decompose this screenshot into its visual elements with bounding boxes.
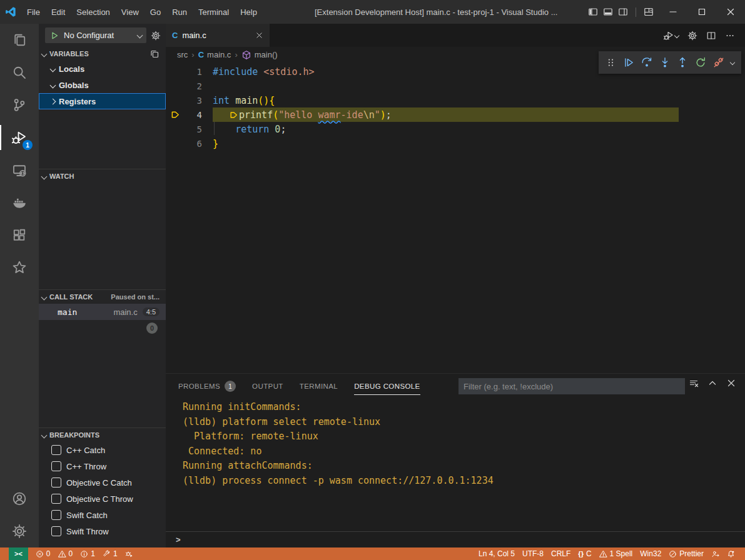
activity-extensions[interactable] bbox=[0, 219, 39, 251]
code-editor[interactable]: 1 #include <stdio.h> 2 3 int main(){ 4 p… bbox=[166, 62, 745, 376]
panel-tab-problems[interactable]: PROBLEMS 1 bbox=[178, 378, 236, 394]
title-bar: FileEditSelectionViewGoRunTerminalHelp [… bbox=[0, 0, 745, 24]
scope-globals[interactable]: Globals bbox=[39, 77, 166, 93]
maximize-button[interactable] bbox=[687, 0, 716, 24]
restart-button[interactable] bbox=[695, 57, 706, 68]
status-eol[interactable]: CRLF bbox=[547, 548, 574, 560]
menu-go[interactable]: Go bbox=[144, 8, 166, 17]
breakpoints-header[interactable]: BREAKPOINTS bbox=[39, 428, 166, 442]
disconnect-button[interactable] bbox=[713, 57, 724, 68]
checkbox-icon[interactable] bbox=[51, 510, 61, 520]
breadcrumb-separator: › bbox=[235, 50, 237, 59]
activity-source-control[interactable] bbox=[0, 89, 39, 121]
close-button[interactable] bbox=[716, 0, 745, 24]
close-icon[interactable] bbox=[255, 31, 263, 39]
menu-run[interactable]: Run bbox=[166, 8, 193, 17]
status-notifications[interactable] bbox=[723, 548, 739, 560]
activity-accounts[interactable] bbox=[0, 482, 39, 515]
checkbox-icon[interactable] bbox=[51, 445, 61, 455]
start-debug-icon[interactable] bbox=[49, 31, 59, 41]
stepinto-icon bbox=[659, 57, 671, 68]
status-debug-status[interactable] bbox=[121, 548, 137, 560]
breadcrumb-item[interactable]: Cmain.c bbox=[198, 50, 231, 59]
debug-config-dropdown[interactable]: No Configurat bbox=[45, 28, 146, 43]
status-platform[interactable]: Win32 bbox=[636, 548, 665, 560]
session-badge: 0 bbox=[146, 322, 158, 334]
checkbox-icon[interactable] bbox=[51, 478, 61, 488]
panel-tab-terminal[interactable]: TERMINAL bbox=[300, 378, 338, 394]
menu-help[interactable]: Help bbox=[235, 8, 263, 17]
minimize-button[interactable] bbox=[659, 0, 687, 24]
pause-reason: Paused on st... bbox=[111, 293, 160, 301]
code-token: "hello bbox=[278, 109, 318, 121]
more-actions-button[interactable] bbox=[725, 31, 735, 41]
status-infos[interactable]: 1 bbox=[76, 548, 99, 560]
settings-editor-button[interactable] bbox=[687, 31, 697, 41]
variables-header[interactable]: VARIABLES bbox=[39, 47, 166, 61]
menu-terminal[interactable]: Terminal bbox=[193, 8, 235, 17]
tab-main-c[interactable]: C main.c bbox=[166, 24, 270, 47]
activity-remote-explorer[interactable] bbox=[0, 154, 39, 186]
code-token bbox=[258, 66, 263, 78]
status-tools-count[interactable]: 1 bbox=[99, 548, 121, 560]
status-errors[interactable]: 0 bbox=[32, 548, 54, 560]
breakpoint-row[interactable]: C++ Catch bbox=[39, 442, 166, 458]
status-cursor-position[interactable]: Ln 4, Col 5 bbox=[475, 548, 519, 560]
status-prettier[interactable]: Prettier bbox=[665, 548, 707, 560]
activity-settings[interactable] bbox=[0, 515, 39, 548]
maximize-panel-icon[interactable] bbox=[707, 378, 717, 388]
breakpoint-row[interactable]: Swift Catch bbox=[39, 507, 166, 523]
status-warnings[interactable]: 0 bbox=[54, 548, 77, 560]
activity-docker[interactable] bbox=[0, 186, 39, 219]
menu-edit[interactable]: Edit bbox=[46, 8, 71, 17]
activity-favorites[interactable] bbox=[0, 251, 39, 284]
menu-view[interactable]: View bbox=[116, 8, 144, 17]
breadcrumb-item[interactable]: src bbox=[177, 50, 188, 59]
call-stack-header[interactable]: CALL STACK Paused on st... bbox=[39, 290, 166, 304]
status-language-mode[interactable]: {}C bbox=[574, 548, 595, 560]
clear-console-icon[interactable] bbox=[689, 378, 699, 388]
breakpoint-row[interactable]: Objective C Catch bbox=[39, 474, 166, 491]
cube-icon bbox=[241, 50, 251, 60]
run-or-debug-button[interactable] bbox=[664, 31, 679, 41]
scope-registers[interactable]: Registers bbox=[39, 93, 166, 109]
activity-explorer[interactable] bbox=[0, 24, 39, 56]
activity-run-and-debug[interactable]: 1 bbox=[0, 121, 39, 154]
panel-tab-output[interactable]: OUTPUT bbox=[252, 378, 283, 394]
breakpoint-row[interactable]: Swift Throw bbox=[39, 523, 166, 539]
activity-search[interactable] bbox=[0, 56, 39, 89]
step-over-button[interactable] bbox=[641, 57, 652, 68]
gear-icon[interactable] bbox=[151, 31, 161, 41]
status-spell-warnings[interactable]: 1 Spell bbox=[595, 548, 637, 560]
chevron-down-icon[interactable] bbox=[730, 60, 735, 65]
collapse-all-icon[interactable] bbox=[150, 49, 160, 59]
checkbox-icon[interactable] bbox=[51, 461, 61, 471]
stack-frame-row[interactable]: main main.c 4:5 bbox=[39, 304, 166, 320]
breadcrumb-item[interactable]: main() bbox=[241, 50, 278, 60]
breakpoint-row[interactable]: Objective C Throw bbox=[39, 491, 166, 507]
scope-locals[interactable]: Locals bbox=[39, 61, 166, 77]
person-icon bbox=[711, 550, 719, 558]
checkbox-icon[interactable] bbox=[51, 526, 61, 536]
close-panel-icon[interactable] bbox=[726, 378, 736, 388]
watch-section: WATCH bbox=[39, 169, 166, 183]
console-filter-input[interactable] bbox=[459, 378, 685, 394]
continue-button[interactable] bbox=[623, 57, 634, 68]
remote-indicator[interactable]: >< bbox=[9, 548, 28, 560]
status-bar: >< 0011 Ln 4, Col 5UTF-8CRLF{}C1 SpellWi… bbox=[0, 548, 745, 560]
step-into-button[interactable] bbox=[659, 57, 671, 68]
status-feedback[interactable] bbox=[707, 548, 723, 560]
breakpoint-row[interactable]: C++ Throw bbox=[39, 458, 166, 474]
panel-tab-debug-console[interactable]: DEBUG CONSOLE bbox=[354, 378, 420, 395]
debug-console-input[interactable]: > bbox=[166, 531, 745, 548]
step-out-button[interactable] bbox=[677, 57, 688, 68]
watch-header[interactable]: WATCH bbox=[39, 169, 166, 183]
split-editor-button[interactable] bbox=[706, 31, 716, 41]
line-number: 4 bbox=[185, 110, 202, 120]
status-encoding[interactable]: UTF-8 bbox=[519, 548, 547, 560]
gripper-button[interactable] bbox=[606, 57, 617, 68]
menu-file[interactable]: File bbox=[21, 8, 46, 17]
console-line: Running attachCommands: bbox=[183, 459, 745, 474]
menu-selection[interactable]: Selection bbox=[71, 8, 115, 17]
checkbox-icon[interactable] bbox=[51, 494, 61, 504]
